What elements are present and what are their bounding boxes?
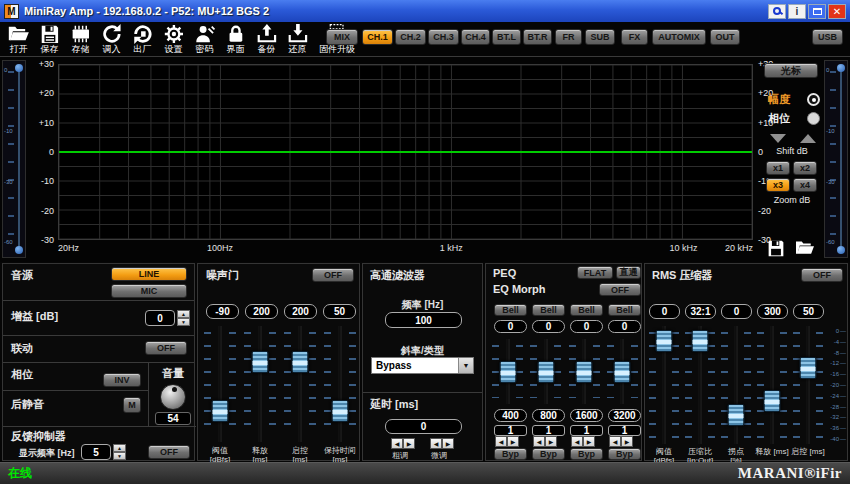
save-button[interactable]: 保存 bbox=[34, 23, 65, 56]
load-curve-icon[interactable] bbox=[794, 239, 816, 257]
gate-hold-value[interactable]: 50 bbox=[323, 304, 356, 319]
settings-button[interactable]: 设置 bbox=[158, 23, 189, 56]
slider-thumb[interactable] bbox=[212, 400, 229, 422]
shift-down-icon[interactable] bbox=[770, 134, 786, 143]
display-freq-spinner[interactable]: 5 ▲▼ bbox=[81, 444, 126, 460]
comp-attack-value[interactable]: 50 bbox=[793, 304, 824, 319]
noise-gate-off-button[interactable]: OFF bbox=[312, 268, 354, 282]
band2-q-value[interactable]: 1 bbox=[532, 425, 565, 436]
comp-knee-value[interactable]: 0 bbox=[721, 304, 752, 319]
right-gain-fader[interactable]: 0 -10 -30 -60 bbox=[824, 60, 848, 258]
band3-type-button[interactable]: Bell bbox=[570, 304, 603, 316]
channel-tab-ch3[interactable]: CH.3 bbox=[428, 29, 459, 45]
restore-icon[interactable] bbox=[808, 4, 826, 19]
frequency-response-plot[interactable] bbox=[58, 64, 753, 240]
step-left-icon[interactable]: ◀ bbox=[430, 438, 442, 449]
interface-button[interactable]: 界面 bbox=[220, 23, 251, 56]
password-button[interactable]: 密码 bbox=[189, 23, 220, 56]
zoom-x1-button[interactable]: x1 bbox=[766, 161, 790, 175]
save-curve-icon[interactable] bbox=[766, 239, 786, 257]
recall-button[interactable]: 调入 bbox=[96, 23, 127, 56]
hpf-freq-value[interactable]: 100 bbox=[385, 312, 462, 328]
fader-thumb[interactable] bbox=[837, 64, 845, 72]
step-right-icon[interactable]: ▶ bbox=[442, 438, 454, 449]
peq-flat-button[interactable]: FLAT bbox=[577, 266, 613, 279]
comp-release-slider[interactable] bbox=[755, 324, 789, 446]
slider-thumb[interactable] bbox=[728, 404, 745, 426]
gate-hold-slider[interactable] bbox=[322, 324, 358, 444]
band1-gain-slider[interactable] bbox=[490, 337, 525, 406]
band3-gain-value[interactable]: 0 bbox=[570, 320, 603, 333]
channel-tab-sub[interactable]: SUB bbox=[585, 29, 615, 45]
band1-byp-button[interactable]: Byp bbox=[494, 448, 527, 460]
channel-tab-fr[interactable]: FR bbox=[555, 29, 582, 45]
channel-tab-out[interactable]: OUT bbox=[710, 29, 740, 45]
band2-gain-value[interactable]: 0 bbox=[532, 320, 565, 333]
slider-thumb[interactable] bbox=[692, 330, 709, 352]
band3-byp-button[interactable]: Byp bbox=[570, 448, 603, 460]
gate-release-slider[interactable] bbox=[242, 324, 278, 444]
fader-thumb[interactable] bbox=[15, 64, 23, 72]
channel-tab-ch4[interactable]: CH.4 bbox=[461, 29, 490, 45]
channel-tab-btl[interactable]: BT.L bbox=[492, 29, 521, 45]
spin-up-icon[interactable]: ▲ bbox=[177, 310, 190, 318]
comp-ratio-slider[interactable] bbox=[683, 324, 717, 446]
backup-button[interactable]: 备份 bbox=[251, 23, 282, 56]
zoom-x4-button[interactable]: x4 bbox=[793, 178, 817, 192]
comp-threshold-value[interactable]: 0 bbox=[649, 304, 680, 319]
spin-down-icon[interactable]: ▼ bbox=[113, 452, 126, 460]
band2-gain-slider[interactable] bbox=[528, 337, 563, 406]
gate-attack-value[interactable]: 200 bbox=[284, 304, 317, 319]
line-button[interactable]: LINE bbox=[111, 267, 187, 281]
delay-coarse-stepper[interactable]: ◀▶ bbox=[391, 438, 415, 449]
fader-bottom-dot[interactable] bbox=[837, 246, 845, 254]
phase-radio[interactable] bbox=[807, 112, 820, 125]
channel-tab-automix[interactable]: AUTOMIX bbox=[652, 29, 706, 45]
mic-button[interactable]: MIC bbox=[111, 284, 187, 298]
band3-q-value[interactable]: 1 bbox=[570, 425, 603, 436]
band4-gain-value[interactable]: 0 bbox=[608, 320, 641, 333]
eq-morph-off-button[interactable]: OFF bbox=[599, 283, 641, 296]
zoom-x3-button[interactable]: x3 bbox=[766, 178, 790, 192]
comp-ratio-value[interactable]: 32:1 bbox=[685, 304, 716, 319]
amplitude-radio[interactable] bbox=[807, 93, 820, 106]
feedback-off-button[interactable]: OFF bbox=[148, 445, 190, 459]
zoom-x2-button[interactable]: x2 bbox=[793, 161, 817, 175]
gate-release-value[interactable]: 200 bbox=[245, 304, 278, 319]
band2-byp-button[interactable]: Byp bbox=[532, 448, 565, 460]
channel-tab-ch2[interactable]: CH.2 bbox=[395, 29, 426, 45]
band4-gain-slider[interactable] bbox=[605, 337, 640, 406]
slider-thumb[interactable] bbox=[292, 351, 309, 373]
fader-bottom-dot[interactable] bbox=[15, 246, 23, 254]
close-icon[interactable]: ✕ bbox=[828, 4, 846, 19]
slider-thumb[interactable] bbox=[537, 361, 554, 383]
spin-down-icon[interactable]: ▼ bbox=[177, 318, 190, 326]
slider-thumb[interactable] bbox=[332, 400, 349, 422]
delay-fine-stepper[interactable]: ◀▶ bbox=[430, 438, 454, 449]
phase-inv-button[interactable]: INV bbox=[103, 373, 141, 387]
magnifier-icon[interactable] bbox=[768, 4, 786, 19]
band1-q-stepper[interactable]: ◀▶ bbox=[495, 436, 519, 447]
band3-gain-slider[interactable] bbox=[567, 337, 602, 406]
cursor-button[interactable]: 光标 bbox=[764, 63, 818, 78]
hpf-slope-dropdown[interactable]: Bypass ▼ bbox=[371, 357, 474, 374]
band4-byp-button[interactable]: Byp bbox=[608, 448, 641, 460]
band4-freq-value[interactable]: 3200 bbox=[608, 409, 641, 422]
link-off-button[interactable]: OFF bbox=[145, 341, 187, 355]
step-right-icon[interactable]: ▶ bbox=[403, 438, 415, 449]
chevron-down-icon[interactable]: ▼ bbox=[458, 358, 473, 373]
comp-knee-slider[interactable] bbox=[719, 324, 753, 446]
slider-thumb[interactable] bbox=[576, 361, 593, 383]
open-button[interactable]: 打开 bbox=[3, 23, 34, 56]
factory-button[interactable]: 出厂 bbox=[127, 23, 158, 56]
gate-threshold-slider[interactable] bbox=[202, 324, 238, 444]
gate-attack-slider[interactable] bbox=[282, 324, 318, 444]
gain-spinner[interactable]: 0 ▲▼ bbox=[145, 310, 190, 326]
step-left-icon[interactable]: ◀ bbox=[391, 438, 403, 449]
comp-attack-slider[interactable] bbox=[791, 324, 825, 446]
band1-q-value[interactable]: 1 bbox=[494, 425, 527, 436]
slider-thumb[interactable] bbox=[252, 351, 269, 373]
band4-q-stepper[interactable]: ◀▶ bbox=[609, 436, 633, 447]
slider-thumb[interactable] bbox=[764, 390, 781, 412]
slider-thumb[interactable] bbox=[656, 330, 673, 352]
